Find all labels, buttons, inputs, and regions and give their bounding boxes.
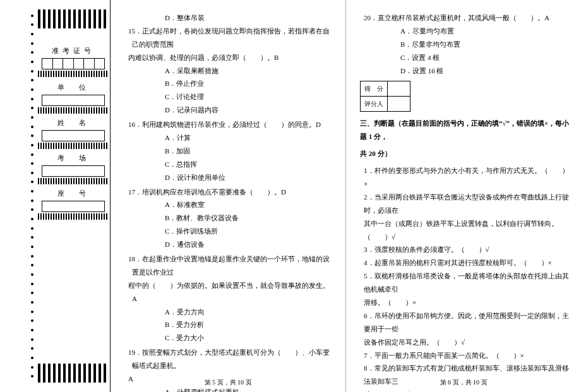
perforation-dots bbox=[28, 9, 36, 383]
line-unit[interactable] bbox=[42, 95, 105, 106]
pattern-divider bbox=[38, 107, 107, 114]
line-room[interactable] bbox=[42, 165, 105, 177]
q17-optA: A．标准教室 bbox=[124, 198, 334, 211]
label-seat: 座 号 bbox=[42, 187, 105, 201]
field-seat: 座 号 bbox=[42, 187, 105, 212]
q15-optC: C．讨论处理 bbox=[124, 90, 334, 104]
q16: 16．利用建构筑物进行吊装作业，必须经过（ ）的同意。D A．计算 B．加固 C… bbox=[124, 118, 334, 184]
q20-optA: A．尽量均匀布置 bbox=[360, 25, 570, 38]
q16-optA: A．计算 bbox=[124, 131, 334, 145]
score-value[interactable] bbox=[388, 81, 410, 97]
j2b: 其中一台（或两台）铁路平车上设置转盘，以利自行调节转向。（ ）√ bbox=[360, 217, 570, 244]
label-room: 考 场 bbox=[42, 151, 105, 165]
grader-label: 评分人 bbox=[361, 97, 388, 112]
j7: 7．平面一般力系只能向平面某一点简化。（ ）× bbox=[360, 349, 570, 362]
binding-strip: 准考证号 单 位 姓 名 考 场 座 号 bbox=[0, 0, 111, 392]
pattern-divider bbox=[38, 71, 107, 77]
j6a: 6．吊环的使用不如吊钩方便。因此，使用范围受到一定的限制，主要用于一些 bbox=[360, 309, 570, 336]
q18-stem2: 程中的（ ）为依据的。如果设置不当，就会导致事故的发生。A bbox=[128, 279, 334, 306]
label-ticket: 准考证号 bbox=[42, 44, 105, 58]
q16-optC: C．总指挥 bbox=[124, 158, 334, 171]
label-name: 姓 名 bbox=[42, 116, 105, 130]
q17-stem: 17．培训机构应在培训地点不需要准备（ ）。D bbox=[128, 186, 334, 199]
q14-optD: D．整体吊装 bbox=[124, 11, 334, 25]
pager-5: 第 5 页，共 10 页 bbox=[111, 376, 345, 388]
section3-head2: 共 20 分） bbox=[360, 147, 570, 160]
q18-optA: A．受力方向 bbox=[124, 306, 334, 319]
field-ticket: 准考证号 bbox=[42, 44, 105, 69]
q18-optB: B．受力分析 bbox=[124, 318, 334, 331]
j8b: 种。（ ）√ bbox=[360, 388, 570, 392]
grader-value[interactable] bbox=[388, 97, 410, 112]
j2a: 2．当采用两台铁路平车联合搬运大型设备或构件在弯曲线路上行驶时，必须在 bbox=[360, 191, 570, 217]
q18: 18．在起重作业中设置地锚是起重作业关键的一个环节，地锚的设置是以作业过 程中的… bbox=[124, 252, 334, 345]
q17: 17．培训机构应在培训地点不需要准备（ ）。D A．标准教室 B．教材、教学仪器… bbox=[124, 186, 334, 251]
q15-optD: D．记录问题内容 bbox=[124, 104, 334, 117]
q18-optC: C．受力大小 bbox=[124, 331, 334, 345]
q18-stem1: 18．在起重作业中设置地锚是起重作业关键的一个环节，地锚的设置是以作业过 bbox=[128, 252, 334, 279]
j6b: 设备作固定吊耳之用。（ ）√ bbox=[360, 336, 570, 349]
q20-stem: 20．直立桅杆吊装桥式起重机时，其缆风绳一般（ ）。A bbox=[364, 11, 570, 25]
page-5: D．整体吊装 15．正式起吊时，各岗位发现问题立即向指挥报告，若指挥者在自己的职… bbox=[111, 0, 346, 392]
q17-optC: C．操作训练场所 bbox=[124, 225, 334, 238]
line-name[interactable] bbox=[42, 130, 105, 141]
q20-optD: D．设置 16 根 bbox=[360, 64, 570, 78]
j4: 4．起重吊装用的桅杆只需对其进行强度校核即可。（ ）× bbox=[360, 256, 570, 270]
pattern-divider bbox=[38, 178, 107, 184]
field-name: 姓 名 bbox=[42, 116, 105, 141]
pattern-bottom bbox=[38, 364, 107, 383]
boxes-ticket[interactable] bbox=[42, 58, 105, 69]
j5a: 5．双桅杆滑移抬吊塔类设备，一般是将塔体的头部放在托排上由其他机械牵引 bbox=[360, 270, 570, 296]
section3-head1: 三、判断题（在题目前面的括号内，正确的填“√”，错误的填×，每小题 1 分， bbox=[360, 117, 570, 143]
q20-optB: B．尽量非均匀布置 bbox=[360, 38, 570, 51]
q16-stem: 16．利用建构筑物进行吊装作业，必须经过（ ）的同意。D bbox=[128, 118, 334, 131]
q19-stem: 19．按照变幅方式划分，大型塔式起重机可分为（ ）、小车变幅塔式起重机。 bbox=[128, 346, 334, 372]
j5b: 滑移。（ ）× bbox=[360, 296, 570, 309]
pattern-divider bbox=[38, 213, 107, 220]
q17-optD: D．通信设备 bbox=[124, 238, 334, 251]
q20-optC: C．设置 4 根 bbox=[360, 51, 570, 64]
pager-6: 第 6 页，共 10 页 bbox=[346, 376, 581, 388]
q15-optB: B．停止作业 bbox=[124, 77, 334, 90]
label-unit: 单 位 bbox=[42, 81, 105, 95]
score-label: 得 分 bbox=[361, 81, 388, 97]
q15-stem2: 内难以协调、处理的问题，必须立即（ ）。B bbox=[128, 51, 334, 64]
q20: 20．直立桅杆吊装桥式起重机时，其缆风绳一般（ ）。A A．尽量均匀布置 B．尽… bbox=[360, 11, 570, 77]
q15-optA: A．采取果断措施 bbox=[124, 64, 334, 78]
q17-optB: B．教材、教学仪器设备 bbox=[124, 211, 334, 225]
line-seat[interactable] bbox=[42, 201, 105, 212]
q15: 15．正式起吊时，各岗位发现问题立即向指挥报告，若指挥者在自己的职责范围 内难以… bbox=[124, 25, 334, 117]
score-table: 得 分 评分人 bbox=[360, 81, 410, 112]
page-6: 20．直立桅杆吊装桥式起重机时，其缆风绳一般（ ）。A A．尽量均匀布置 B．尽… bbox=[346, 0, 581, 392]
j1: 1．杆件的变形形式与外力的大小有关，与作用方式无关。（ ）× bbox=[360, 164, 570, 191]
q16-optB: B．加固 bbox=[124, 145, 334, 158]
pattern-divider bbox=[38, 143, 107, 149]
j3: 3．强度校核的条件必须遵守。（ ）√ bbox=[360, 243, 570, 256]
q16-optD: D．设计和使用单位 bbox=[124, 171, 334, 184]
q15-stem1: 15．正式起吊时，各岗位发现问题立即向指挥报告，若指挥者在自己的职责范围 bbox=[128, 25, 334, 51]
field-room: 考 场 bbox=[42, 151, 105, 177]
pattern-top bbox=[38, 9, 107, 28]
field-unit: 单 位 bbox=[42, 81, 105, 106]
